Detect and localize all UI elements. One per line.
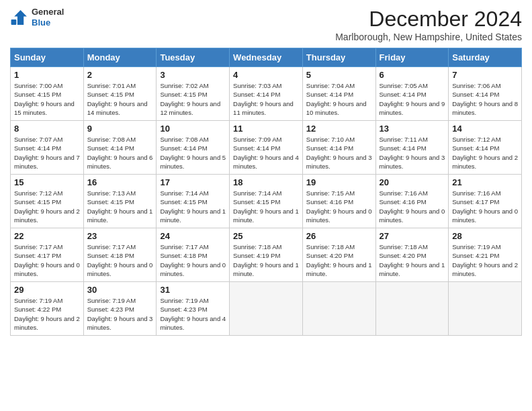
day-number: 25 [233, 231, 299, 241]
day-info: Sunrise: 7:19 AMSunset: 4:23 PMDaylight:… [160, 296, 226, 332]
day-number: 22 [14, 231, 80, 241]
day-info: Sunrise: 7:19 AMSunset: 4:22 PMDaylight:… [14, 296, 80, 332]
day-number: 6 [380, 70, 445, 80]
day-number: 28 [452, 231, 518, 241]
logo-line1: General [32, 7, 64, 17]
calendar-cell: 23Sunrise: 7:17 AMSunset: 4:18 PMDayligh… [83, 228, 157, 282]
day-number: 14 [452, 124, 518, 134]
calendar-cell: 16Sunrise: 7:13 AMSunset: 4:15 PMDayligh… [83, 175, 157, 228]
day-info: Sunrise: 7:18 AMSunset: 4:20 PMDaylight:… [380, 242, 445, 278]
day-info: Sunrise: 7:15 AMSunset: 4:16 PMDaylight:… [306, 189, 372, 224]
day-info: Sunrise: 7:12 AMSunset: 4:15 PMDaylight:… [14, 189, 80, 224]
calendar-cell: 31Sunrise: 7:19 AMSunset: 4:23 PMDayligh… [157, 282, 230, 336]
day-info: Sunrise: 7:00 AMSunset: 4:15 PMDaylight:… [14, 81, 80, 117]
day-info: Sunrise: 7:08 AMSunset: 4:14 PMDaylight:… [160, 135, 226, 171]
day-info: Sunrise: 7:18 AMSunset: 4:19 PMDaylight:… [233, 242, 299, 278]
calendar-cell: 29Sunrise: 7:19 AMSunset: 4:22 PMDayligh… [11, 282, 84, 336]
day-header-friday: Friday [375, 48, 449, 67]
calendar-cell: 5Sunrise: 7:04 AMSunset: 4:14 PMDaylight… [302, 67, 375, 121]
day-number: 11 [233, 124, 299, 134]
calendar-cell: 15Sunrise: 7:12 AMSunset: 4:15 PMDayligh… [11, 175, 84, 228]
calendar-cell: 6Sunrise: 7:05 AMSunset: 4:14 PMDaylight… [375, 67, 449, 121]
logo-icon [10, 8, 29, 27]
calendar-cell: 18Sunrise: 7:14 AMSunset: 4:15 PMDayligh… [230, 175, 303, 228]
day-info: Sunrise: 7:19 AMSunset: 4:23 PMDaylight:… [87, 296, 153, 332]
day-number: 8 [14, 124, 80, 134]
calendar-cell: 24Sunrise: 7:17 AMSunset: 4:18 PMDayligh… [157, 228, 230, 282]
calendar-cell: 2Sunrise: 7:01 AMSunset: 4:15 PMDaylight… [83, 67, 157, 121]
day-info: Sunrise: 7:08 AMSunset: 4:14 PMDaylight:… [87, 135, 153, 171]
day-info: Sunrise: 7:16 AMSunset: 4:17 PMDaylight:… [452, 189, 518, 224]
day-number: 27 [380, 231, 445, 241]
calendar-cell: 19Sunrise: 7:15 AMSunset: 4:16 PMDayligh… [302, 175, 375, 228]
day-info: Sunrise: 7:13 AMSunset: 4:15 PMDaylight:… [87, 189, 153, 224]
day-number: 4 [233, 70, 299, 80]
calendar-cell: 4Sunrise: 7:03 AMSunset: 4:14 PMDaylight… [230, 67, 303, 121]
calendar-cell: 3Sunrise: 7:02 AMSunset: 4:15 PMDaylight… [157, 67, 230, 121]
calendar-cell: 9Sunrise: 7:08 AMSunset: 4:14 PMDaylight… [83, 121, 157, 175]
day-info: Sunrise: 7:17 AMSunset: 4:17 PMDaylight:… [14, 242, 80, 278]
day-header-thursday: Thursday [302, 48, 375, 67]
day-info: Sunrise: 7:01 AMSunset: 4:15 PMDaylight:… [87, 81, 153, 117]
calendar-cell: 30Sunrise: 7:19 AMSunset: 4:23 PMDayligh… [83, 282, 157, 336]
calendar-cell [449, 282, 522, 336]
header-row: SundayMondayTuesdayWednesdayThursdayFrid… [11, 48, 522, 67]
day-number: 24 [160, 231, 226, 241]
week-row-3: 15Sunrise: 7:12 AMSunset: 4:15 PMDayligh… [11, 175, 522, 228]
day-info: Sunrise: 7:12 AMSunset: 4:14 PMDaylight:… [452, 135, 518, 171]
calendar-cell: 17Sunrise: 7:14 AMSunset: 4:15 PMDayligh… [157, 175, 230, 228]
day-number: 19 [306, 177, 372, 187]
day-number: 20 [380, 177, 445, 187]
day-info: Sunrise: 7:09 AMSunset: 4:14 PMDaylight:… [233, 135, 299, 171]
svg-rect-2 [11, 19, 17, 25]
title-area: December 2024 Marlborough, New Hampshire… [335, 7, 522, 42]
day-number: 9 [87, 124, 153, 134]
day-number: 23 [87, 231, 153, 241]
week-row-5: 29Sunrise: 7:19 AMSunset: 4:22 PMDayligh… [11, 282, 522, 336]
calendar-cell: 14Sunrise: 7:12 AMSunset: 4:14 PMDayligh… [449, 121, 522, 175]
month-title: December 2024 [335, 7, 522, 32]
calendar-cell: 8Sunrise: 7:07 AMSunset: 4:14 PMDaylight… [11, 121, 84, 175]
day-info: Sunrise: 7:11 AMSunset: 4:14 PMDaylight:… [380, 135, 445, 171]
day-info: Sunrise: 7:19 AMSunset: 4:21 PMDaylight:… [452, 242, 518, 278]
day-header-tuesday: Tuesday [157, 48, 230, 67]
week-row-4: 22Sunrise: 7:17 AMSunset: 4:17 PMDayligh… [11, 228, 522, 282]
location-subtitle: Marlborough, New Hampshire, United State… [335, 32, 522, 42]
day-number: 16 [87, 177, 153, 187]
week-row-2: 8Sunrise: 7:07 AMSunset: 4:14 PMDaylight… [11, 121, 522, 175]
calendar-cell: 12Sunrise: 7:10 AMSunset: 4:14 PMDayligh… [302, 121, 375, 175]
calendar-cell: 28Sunrise: 7:19 AMSunset: 4:21 PMDayligh… [449, 228, 522, 282]
calendar-cell: 1Sunrise: 7:00 AMSunset: 4:15 PMDaylight… [11, 67, 84, 121]
day-number: 17 [160, 177, 226, 187]
day-info: Sunrise: 7:17 AMSunset: 4:18 PMDaylight:… [87, 242, 153, 278]
logo-text: General Blue [32, 7, 64, 28]
logo-line2: Blue [32, 17, 64, 28]
calendar-cell: 26Sunrise: 7:18 AMSunset: 4:20 PMDayligh… [302, 228, 375, 282]
day-number: 10 [160, 124, 226, 134]
day-number: 13 [380, 124, 445, 134]
day-number: 12 [306, 124, 372, 134]
day-info: Sunrise: 7:02 AMSunset: 4:15 PMDaylight:… [160, 81, 226, 117]
day-info: Sunrise: 7:14 AMSunset: 4:15 PMDaylight:… [233, 189, 299, 224]
calendar-cell: 11Sunrise: 7:09 AMSunset: 4:14 PMDayligh… [230, 121, 303, 175]
day-info: Sunrise: 7:06 AMSunset: 4:14 PMDaylight:… [452, 81, 518, 117]
day-number: 30 [87, 285, 153, 295]
day-number: 18 [233, 177, 299, 187]
calendar-table: SundayMondayTuesdayWednesdayThursdayFrid… [10, 48, 522, 336]
day-info: Sunrise: 7:14 AMSunset: 4:15 PMDaylight:… [160, 189, 226, 224]
day-info: Sunrise: 7:05 AMSunset: 4:14 PMDaylight:… [380, 81, 445, 117]
calendar-cell: 7Sunrise: 7:06 AMSunset: 4:14 PMDaylight… [449, 67, 522, 121]
day-number: 7 [452, 70, 518, 80]
day-number: 26 [306, 231, 372, 241]
calendar-cell: 25Sunrise: 7:18 AMSunset: 4:19 PMDayligh… [230, 228, 303, 282]
day-header-monday: Monday [83, 48, 157, 67]
day-info: Sunrise: 7:16 AMSunset: 4:16 PMDaylight:… [380, 189, 445, 224]
week-row-1: 1Sunrise: 7:00 AMSunset: 4:15 PMDaylight… [11, 67, 522, 121]
day-number: 1 [14, 70, 80, 80]
day-info: Sunrise: 7:18 AMSunset: 4:20 PMDaylight:… [306, 242, 372, 278]
day-info: Sunrise: 7:04 AMSunset: 4:14 PMDaylight:… [306, 81, 372, 117]
day-info: Sunrise: 7:10 AMSunset: 4:14 PMDaylight:… [306, 135, 372, 171]
calendar-cell: 21Sunrise: 7:16 AMSunset: 4:17 PMDayligh… [449, 175, 522, 228]
day-number: 31 [160, 285, 226, 295]
day-header-wednesday: Wednesday [230, 48, 303, 67]
